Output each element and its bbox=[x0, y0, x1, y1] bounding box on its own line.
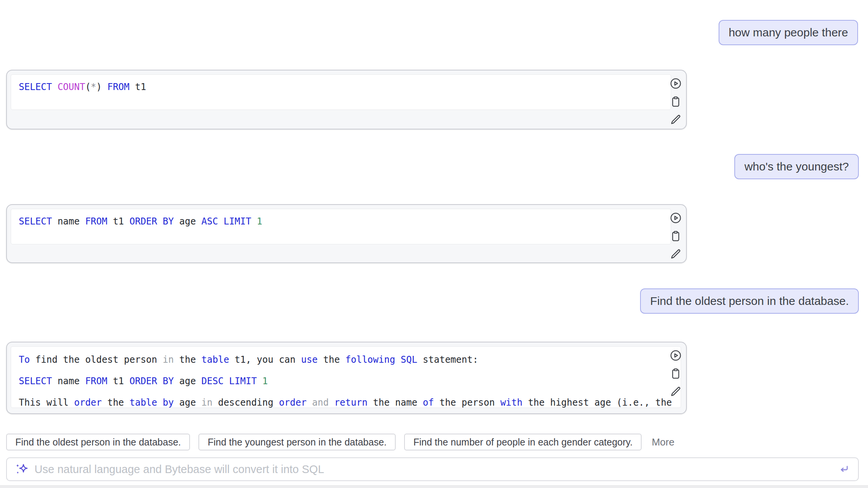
copy-button[interactable] bbox=[670, 230, 682, 242]
sql-actions bbox=[668, 212, 683, 260]
run-query-button[interactable] bbox=[670, 212, 682, 224]
more-button[interactable]: More bbox=[652, 436, 674, 448]
sparkles-icon bbox=[15, 462, 28, 476]
sql-code: SELECT COUNT(*) FROM t1 bbox=[11, 74, 671, 110]
page-bottom-divider bbox=[0, 485, 868, 488]
return-arrow-icon bbox=[838, 463, 850, 475]
assistant-sql-response: SELECT name FROM t1 ORDER BY age ASC LIM… bbox=[6, 204, 687, 263]
run-query-button[interactable] bbox=[670, 77, 682, 90]
user-message-bubble: who's the youngest? bbox=[734, 154, 859, 179]
suggestion-chip[interactable]: Find the oldest person in the database. bbox=[6, 434, 190, 450]
clipboard-icon bbox=[670, 95, 682, 108]
pencil-icon bbox=[670, 248, 682, 260]
sql-explanation: To find the oldest person in the table t… bbox=[11, 346, 681, 408]
assistant-sql-response: To find the oldest person in the table t… bbox=[6, 342, 687, 414]
play-circle-icon bbox=[670, 212, 682, 224]
edit-button[interactable] bbox=[670, 113, 682, 126]
copy-button[interactable] bbox=[670, 367, 682, 380]
clipboard-icon bbox=[670, 230, 682, 242]
clipboard-icon bbox=[670, 367, 682, 380]
suggestion-chips: Find the oldest person in the database.F… bbox=[6, 434, 642, 450]
sql-code: SELECT name FROM t1 ORDER BY age ASC LIM… bbox=[11, 209, 671, 244]
submit-button[interactable] bbox=[837, 463, 850, 476]
assistant-sql-response: SELECT COUNT(*) FROM t1 bbox=[6, 70, 687, 129]
user-message-bubble: how many people there bbox=[719, 20, 858, 45]
edit-button[interactable] bbox=[670, 248, 682, 260]
suggestion-chip[interactable]: Find the youngest person in the database… bbox=[198, 434, 396, 450]
suggestion-chips-row: Find the oldest person in the database.F… bbox=[6, 434, 675, 450]
pencil-icon bbox=[670, 385, 682, 398]
pencil-icon bbox=[670, 113, 682, 126]
edit-button[interactable] bbox=[670, 385, 682, 398]
sql-actions bbox=[668, 349, 683, 398]
copy-button[interactable] bbox=[670, 95, 682, 108]
sql-chat-panel: how many people there SELECT COUNT(*) FR… bbox=[0, 0, 868, 488]
play-circle-icon bbox=[670, 77, 682, 90]
nl2sql-input-bar bbox=[6, 457, 859, 481]
sql-actions bbox=[668, 77, 683, 126]
play-circle-icon bbox=[670, 349, 682, 362]
user-message-bubble: Find the oldest person in the database. bbox=[640, 288, 859, 314]
suggestion-chip[interactable]: Find the number of people in each gender… bbox=[404, 434, 642, 450]
run-query-button[interactable] bbox=[670, 349, 682, 362]
nl2sql-input[interactable] bbox=[34, 463, 837, 476]
